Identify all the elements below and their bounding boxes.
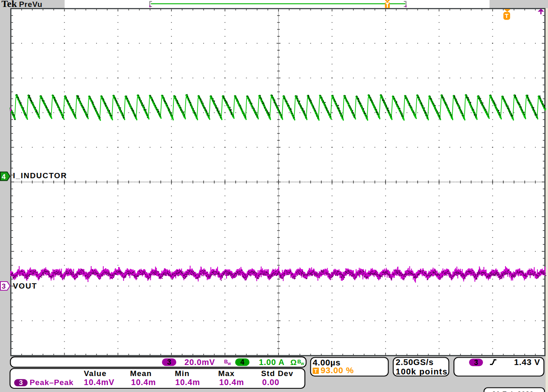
svg-text:VOUT: VOUT — [13, 282, 38, 290]
svg-text:20.0mV: 20.0mV — [184, 358, 215, 367]
svg-text:1.00 A: 1.00 A — [259, 358, 285, 367]
svg-text:10.4m: 10.4m — [219, 378, 244, 387]
svg-text:3: 3 — [167, 358, 171, 366]
svg-text:W: W — [228, 362, 231, 366]
svg-text:Peak–Peak: Peak–Peak — [30, 378, 74, 387]
svg-text:21 Feb 2020: 21 Feb 2020 — [492, 390, 534, 392]
svg-text:10.4m: 10.4m — [131, 378, 156, 387]
svg-text:3: 3 — [474, 358, 478, 367]
svg-text:93.00 %: 93.00 % — [321, 365, 354, 375]
svg-text:T: T — [505, 12, 509, 19]
svg-text:1.43 V: 1.43 V — [514, 357, 540, 367]
svg-text:Mean: Mean — [130, 369, 152, 378]
svg-text:2.50GS/s: 2.50GS/s — [396, 357, 434, 367]
svg-text:I_INDUCTOR: I_INDUCTOR — [13, 171, 67, 180]
svg-text:PreVu: PreVu — [19, 0, 43, 9]
svg-text:4: 4 — [240, 358, 245, 366]
svg-text:3: 3 — [2, 282, 5, 290]
svg-text:T: T — [314, 368, 318, 374]
svg-text:100k points: 100k points — [396, 367, 448, 376]
svg-text:Tek: Tek — [2, 0, 17, 9]
svg-text:10.4mV: 10.4mV — [84, 378, 115, 387]
svg-text:4: 4 — [2, 173, 6, 181]
svg-text:Ω: Ω — [290, 358, 296, 367]
svg-text:3: 3 — [19, 379, 22, 386]
svg-text:0.00: 0.00 — [262, 378, 279, 387]
svg-text:W: W — [301, 362, 305, 366]
svg-text:Min: Min — [175, 369, 190, 378]
svg-text:Std Dev: Std Dev — [261, 369, 294, 378]
svg-text:Value: Value — [84, 369, 107, 378]
svg-text:10.4m: 10.4m — [175, 378, 200, 387]
svg-text:Max: Max — [218, 369, 235, 378]
